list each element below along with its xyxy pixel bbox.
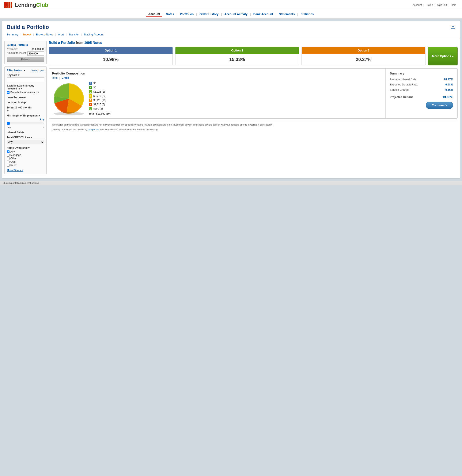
- grade-B-value: $0: [93, 86, 96, 89]
- location-label[interactable]: Location State▶: [7, 101, 44, 104]
- top-nav: Account | Profile | Sign Out | Help: [411, 4, 458, 7]
- subnav-alert[interactable]: Alert: [56, 33, 66, 36]
- subnav-browse-notes[interactable]: Browse Notes: [34, 33, 55, 36]
- interest-rate-label[interactable]: Interest Rate▶: [7, 131, 44, 134]
- more-filters-link[interactable]: More Filters »: [7, 169, 44, 172]
- nav-portfolios[interactable]: Portfolios: [178, 12, 196, 17]
- exclude-checkbox[interactable]: [7, 91, 9, 94]
- total-credit-section: Total CREDIT Lines▼ Any: [7, 136, 44, 144]
- slider-any-label: Any: [7, 118, 44, 120]
- nav-order-history[interactable]: Order History: [197, 12, 221, 17]
- home-ownership-label[interactable]: Home Ownership▼: [7, 146, 44, 149]
- term-link[interactable]: Term: [52, 76, 58, 80]
- legend-row-B: B $0: [89, 86, 110, 89]
- grade-F-badge: F: [89, 103, 92, 106]
- logo: LendingClub: [4, 2, 48, 8]
- footer-bar: ub.com/portfolio/autoInvest.action#: [0, 181, 462, 185]
- home-rent-checkbox[interactable]: [7, 164, 9, 167]
- legend-row-F: F $1,325 (5): [89, 103, 110, 106]
- home-any-checkbox[interactable]: [7, 150, 9, 153]
- loan-purpose-label[interactable]: Loan Purpose▶: [7, 96, 44, 99]
- avg-interest-label: Average Interest Rate:: [390, 78, 417, 81]
- loan-purpose-section: Loan Purpose▶: [7, 96, 44, 99]
- nav-statements[interactable]: Statements: [277, 12, 297, 17]
- exclude-checkbox-row: Exclude loans invested in: [7, 91, 44, 94]
- option-3-value: 20.27%: [302, 54, 425, 65]
- keyword-label[interactable]: Keyword▼: [7, 74, 44, 76]
- service-charge-label: Service Charge:: [390, 88, 410, 91]
- grade-A-value: $0: [93, 82, 96, 85]
- page-header: Build a Portfolio [ ? ]: [2, 21, 460, 32]
- nav-account[interactable]: Account: [146, 11, 162, 17]
- slider-labels: Any 5: [7, 126, 44, 129]
- disclaimer: Information on this website is impersona…: [49, 121, 458, 133]
- sidebar-build-title: Build a Portfolio: [7, 43, 44, 46]
- continue-button[interactable]: Continue >: [426, 102, 453, 109]
- summary-panel: Summary Average Interest Rate: 20.27% Ex…: [385, 68, 457, 118]
- nav-notes[interactable]: Notes: [164, 12, 176, 17]
- svg-point-1: [54, 112, 84, 115]
- legend: A $0 B $0 C $1,225 (18): [89, 82, 110, 115]
- amount-label: Amount to Invest:: [7, 51, 26, 56]
- projected-label: Projected Return:: [390, 95, 413, 99]
- sub-nav: Summary | Invest | Browse Notes | Alert …: [2, 32, 460, 39]
- main-content: Build a Portfolio from 1095 Notes Option…: [49, 41, 458, 176]
- employment-slider[interactable]: [7, 122, 44, 125]
- home-own-checkbox[interactable]: [7, 161, 9, 163]
- build-from-header: Build a Portfolio from 1095 Notes: [49, 41, 458, 45]
- subnav-invest[interactable]: Invest: [21, 33, 33, 36]
- home-mortgage-label: Mortgage: [10, 153, 21, 157]
- option-1-value: 10.98%: [49, 54, 173, 65]
- home-other-checkbox[interactable]: [7, 157, 9, 160]
- option-2-card[interactable]: Option 2 15.33%: [175, 47, 299, 65]
- home-mortgage-row: Mortgage: [7, 153, 44, 157]
- option-3-header: Option 3: [302, 47, 425, 54]
- top-link-help[interactable]: Help: [449, 4, 458, 7]
- legend-row-G: G $550 (2): [89, 107, 110, 110]
- summary-panel-title: Summary: [390, 72, 453, 75]
- nav-account-activity[interactable]: Account Activity: [222, 12, 250, 17]
- help-link[interactable]: [ ? ]: [451, 26, 455, 29]
- filter-dropdown-icon[interactable]: ▼: [23, 69, 26, 72]
- top-link-profile[interactable]: Profile: [424, 4, 435, 7]
- subnav-transfer[interactable]: Transfer: [67, 33, 81, 36]
- composition-panel: Portfolio Composition Term | Grade: [49, 68, 385, 118]
- avg-interest-row: Average Interest Rate: 20.27%: [390, 78, 453, 81]
- sidebar: Build a Portfolio Available: $10,000.00 …: [4, 41, 47, 176]
- refresh-button[interactable]: Refresh: [7, 57, 44, 62]
- nav-bank-account[interactable]: Bank Account: [251, 12, 275, 17]
- term-label[interactable]: Term (36 - 60 month) ▶: [7, 106, 44, 112]
- grade-C-badge: C: [89, 90, 92, 94]
- subnav-trading-account[interactable]: Trading Account: [82, 33, 105, 36]
- amount-input[interactable]: [27, 51, 44, 56]
- keyword-input[interactable]: [7, 77, 44, 82]
- disclaimer-text-1: Information on this website is impersona…: [52, 123, 455, 127]
- credit-select[interactable]: Any: [7, 140, 44, 144]
- home-mortgage-checkbox[interactable]: [7, 154, 9, 157]
- save-filter-link[interactable]: Save: [31, 69, 37, 72]
- top-link-signout[interactable]: Sign Out: [435, 4, 448, 7]
- exclude-label[interactable]: Exclude Loans already invested in▼: [7, 84, 44, 90]
- min-employment-section: Min length of Employment▼ Any Any 5: [7, 114, 44, 129]
- prospectus-link[interactable]: prospectus: [88, 128, 99, 131]
- grade-link[interactable]: Grade: [62, 76, 69, 80]
- exclude-loans-section: Exclude Loans already invested in▼ Exclu…: [7, 84, 44, 94]
- home-other-row: Other: [7, 157, 44, 160]
- subnav-summary[interactable]: Summary: [7, 33, 20, 36]
- disclaimer-text-2: Lending Club Notes are offered by prospe…: [52, 128, 455, 131]
- total-credit-label[interactable]: Total CREDIT Lines▼: [7, 136, 44, 139]
- nav-statistics[interactable]: Statistics: [299, 12, 316, 17]
- top-link-account[interactable]: Account: [411, 4, 423, 7]
- grade-D-value: $3,775 (22): [93, 94, 106, 97]
- filter-title: Filter Notes: [7, 69, 22, 72]
- home-any-label: Any: [10, 150, 15, 153]
- option-3-card[interactable]: Option 3 20.27%: [302, 47, 426, 65]
- home-other-label: Other: [10, 157, 17, 160]
- more-options-button[interactable]: More Options »: [428, 47, 458, 65]
- option-2-value: 15.33%: [175, 54, 299, 65]
- min-employment-label[interactable]: Min length of Employment▼: [7, 114, 44, 117]
- logo-text: LendingClub: [15, 2, 48, 8]
- grade-B-badge: B: [89, 86, 92, 89]
- option-1-card[interactable]: Option 1 10.98%: [49, 47, 173, 65]
- open-filter-link[interactable]: Open: [39, 69, 44, 72]
